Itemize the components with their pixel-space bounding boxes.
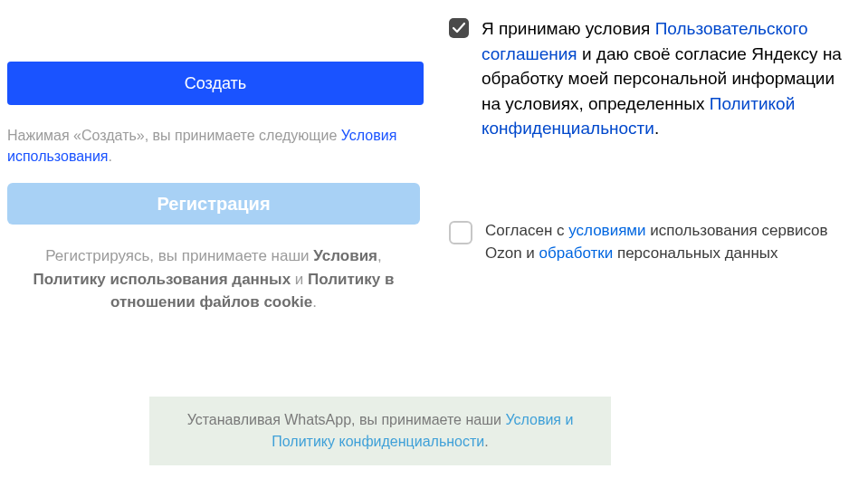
ozon-terms-link[interactable]: условиями xyxy=(568,222,645,239)
yandex-consent-row: Я принимаю условия Пользовательского сог… xyxy=(449,16,868,141)
ozon-consent-row: Согласен с условиями использования серви… xyxy=(449,219,868,265)
reg-bold-terms: Условия xyxy=(313,247,377,264)
ozon-consent-text: Согласен с условиями использования серви… xyxy=(485,219,829,265)
register-button[interactable]: Регистрация xyxy=(7,183,420,225)
whatsapp-terms-bar: Устанавливая WhatsApp, вы принимаете наш… xyxy=(149,397,611,465)
reg-bold-data-policy: Политику использования данных xyxy=(33,271,291,288)
ozon-processing-link[interactable]: обработки xyxy=(539,244,614,262)
create-terms-prefix: Нажимая «Создать», вы принимаете следующ… xyxy=(7,128,341,143)
yandex-consent-checkbox[interactable] xyxy=(449,18,469,38)
check-icon xyxy=(453,22,465,34)
reg-prefix: Регистрируясь, вы принимаете наши xyxy=(45,247,313,264)
create-button[interactable]: Создать xyxy=(7,62,424,105)
create-terms-suffix: . xyxy=(109,148,112,164)
register-terms-text: Регистрируясь, вы принимаете наши Услови… xyxy=(7,244,420,314)
yandex-consent-text: Я принимаю условия Пользовательского сог… xyxy=(482,16,844,141)
ozon-consent-checkbox[interactable] xyxy=(449,221,472,244)
create-terms-text: Нажимая «Создать», вы принимаете следующ… xyxy=(7,125,424,167)
